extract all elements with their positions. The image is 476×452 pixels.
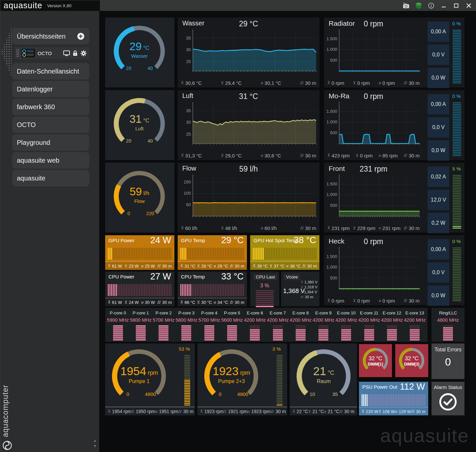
monitor-icon[interactable]	[63, 50, 70, 56]
stat-value: 22 °C	[297, 409, 308, 414]
min-icon: ⊻	[125, 264, 128, 268]
minimize-button[interactable]	[440, 2, 447, 9]
stat-value: 28 °C	[201, 264, 212, 269]
title-bar: aquasuite Version X.80	[0, 0, 476, 11]
core-frequency: 4200 MHz	[335, 317, 357, 323]
sidebar-item-uebersichtsseiten[interactable]: Übersichtsseiten	[12, 28, 89, 45]
sidebar-item-datenlogger[interactable]: Datenlogger	[12, 81, 89, 97]
sidebar-item-farbwerk-360[interactable]: farbwerk 360	[12, 99, 89, 115]
svg-text:10: 10	[310, 392, 315, 397]
dt-icon: Δᵗ	[230, 300, 233, 305]
sidebar-item-octo[interactable]: OCTO	[12, 116, 89, 133]
dt-icon: Δᵗ	[230, 264, 233, 268]
tile-cpu-temp: CPU Temp33 °C⊼66 °C⊻30 °C⌀34 °CΔᵗ30 m	[178, 272, 247, 306]
stat-dt: Δᵗ30 m	[157, 264, 172, 269]
stat-value: 30,1 °C	[265, 80, 281, 86]
sidebar-page-octo[interactable]: OCTO	[15, 47, 89, 59]
stat-dt: Δᵗ30 m	[271, 409, 286, 414]
dt-icon: Δᵗ	[404, 298, 407, 303]
core-column: Ring/LLC4800 MHz	[433, 310, 463, 340]
core-load-meter	[364, 325, 374, 340]
min-icon: ⊻	[197, 300, 200, 305]
stat-min: ⊻21 °C	[308, 409, 324, 414]
core-frequency: 5600 MHz	[221, 317, 243, 323]
close-button[interactable]	[465, 2, 472, 9]
stat-max: ⊼61 W	[108, 264, 122, 269]
stat-max: ⊼231 rpm	[327, 225, 350, 231]
screenshot-camera-icon[interactable]	[402, 2, 410, 9]
stat-min: ⊻0 rpm	[353, 80, 370, 86]
stat-dt: Δᵗ30 m	[404, 298, 420, 304]
lock-icon[interactable]	[73, 50, 78, 56]
stat-value: 31,3 °C	[185, 153, 202, 158]
stat-value: 85 rpm	[382, 153, 398, 158]
layers-icon[interactable]	[415, 2, 422, 9]
tile-stats: ⊼39 °C⊻37 °C⌀38 °CΔᵗ30 m	[250, 262, 319, 270]
stat-value: 0 rpm	[357, 80, 370, 86]
svg-text:30: 30	[186, 47, 191, 52]
stat-min: ⊻37 °C	[270, 264, 284, 269]
sidebar-item-label: Datenlogger	[17, 85, 53, 93]
tile-value: 38 °C	[294, 235, 316, 245]
tile-title: CPU Temp	[181, 274, 205, 279]
svg-text:Raum: Raum	[317, 378, 331, 384]
stat-value: 48 l/h	[225, 225, 237, 231]
svg-text:32 °C: 32 °C	[405, 355, 419, 362]
stat-value: 0 rpm	[357, 298, 370, 304]
drag-handle-icon[interactable]	[16, 49, 19, 57]
svg-text:0: 0	[126, 392, 129, 397]
tile-title: GPU Power	[108, 238, 134, 243]
value-box-power: 0,0 W	[428, 140, 449, 161]
max-icon: ⊼	[181, 81, 184, 85]
dt-icon: Δᵗ	[339, 409, 343, 414]
app-logo: aquasuite	[4, 1, 42, 10]
fan-percent-label: 0 %	[449, 93, 464, 99]
scroll-down-icon[interactable]: ▼	[93, 444, 97, 448]
avg-icon: ⌀	[379, 226, 381, 230]
max-icon: ⊼	[180, 264, 183, 268]
sidebar-item-daten-schnellansicht[interactable]: Daten-Schnellansicht	[12, 63, 89, 80]
stat-avg: ⌀129 W	[395, 409, 411, 414]
core-load-meter	[136, 325, 146, 340]
stat-dt: Δᵗ30 m	[302, 264, 317, 269]
avg-icon: ⌀	[261, 153, 263, 158]
core-column: E-core 124200 MHz	[380, 310, 403, 340]
add-page-icon[interactable]	[77, 32, 85, 40]
gear-icon[interactable]	[80, 50, 87, 56]
dt-icon: Δᵗ	[404, 153, 407, 158]
sidebar-item-aquasuite-web[interactable]: aquasuite web	[12, 152, 89, 169]
core-load-meter	[273, 325, 283, 340]
stat-value: 231 rpm	[332, 225, 350, 231]
tile-title: PSU Power Out	[362, 384, 397, 390]
stat-value: 229 rpm	[357, 225, 375, 231]
gauge-stats: ⊼22 °C⊻21 °C⌀21 °CΔᵗ30 m	[290, 407, 357, 415]
aquacomputer-logo-icon	[2, 440, 12, 450]
stat-value: 30 m	[305, 295, 313, 299]
stat-min: ⊻1921 rpm	[224, 409, 248, 414]
core-label: Ring/LLC	[439, 310, 457, 315]
info-icon[interactable]	[428, 2, 435, 9]
tile-bar-meter	[362, 394, 426, 406]
min-icon: ⊻	[353, 226, 356, 230]
maximize-button[interactable]	[453, 2, 460, 9]
sidebar-item-aquasuite[interactable]: aquasuite	[12, 170, 89, 186]
value-box-power: 0,0 W	[428, 285, 449, 306]
stat-value: 106 W	[382, 409, 395, 414]
svg-text:21 °C: 21 °C	[313, 365, 334, 377]
stat-avg: ⌀21 °C	[324, 409, 339, 414]
max-icon: ⊼	[181, 153, 184, 158]
scroll-up-icon[interactable]: ▲	[93, 439, 97, 442]
svg-text:35: 35	[332, 392, 338, 397]
core-load-meter	[250, 325, 260, 340]
tile-dimm3-temp: 32 °CDIMM[3]	[395, 344, 428, 377]
svg-text:1.500: 1.500	[326, 254, 337, 259]
svg-text:1923 rpm: 1923 rpm	[213, 365, 250, 377]
chart-stats: ⊼423 rpm⊻0 rpm⌀85 rpmΔᵗ30 m	[327, 152, 420, 159]
min-icon: ⊻	[353, 81, 356, 85]
sidebar-item-playground[interactable]: Playground	[12, 134, 89, 151]
pump-percent-label: 53 %	[176, 346, 192, 352]
pump-power-meter	[184, 354, 190, 405]
stat-min: ⊻0 rpm	[353, 298, 370, 304]
total-errors-title: Total Errors	[431, 347, 464, 353]
stat-avg: ⌀38 °C	[286, 264, 301, 269]
